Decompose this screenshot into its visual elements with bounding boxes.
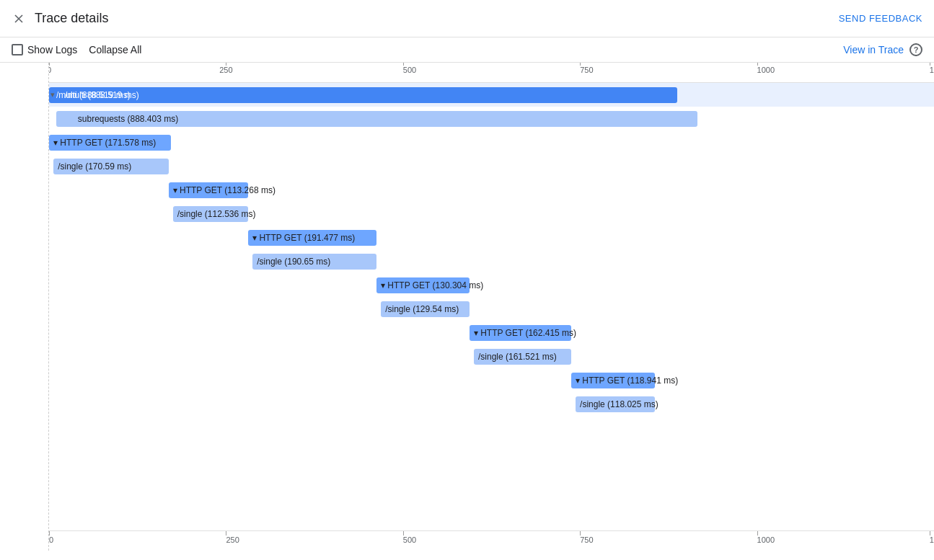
top-ruler: 0 250 500 750 1000 1250 (49, 63, 934, 83)
gantt-row-httpget3: ▾ HTTP GET (191.477 ms) (49, 226, 934, 249)
bar-httpget6[interactable]: ▾ HTTP GET (118.941 ms) (571, 373, 656, 388)
bar-multi[interactable]: /multi (888.519 ms) (49, 87, 677, 103)
gantt-row-single2: /single (112.536 ms) (49, 202, 934, 226)
show-logs-checkbox[interactable] (12, 44, 23, 55)
bottom-ruler: 0 250 500 750 1000 1250 (49, 530, 934, 551)
bar-single1[interactable]: /single (170.59 ms) (53, 159, 169, 174)
gantt-row-single1: /single (170.59 ms) (49, 154, 934, 178)
bar-httpget1[interactable]: ▾ HTTP GET (171.578 ms) (49, 135, 171, 151)
bottom-tick-750: 750 (580, 531, 593, 544)
gantt-row-httpget1: ▾ HTTP GET (171.578 ms) (49, 130, 934, 154)
gantt-row-httpget5: ▾ HTTP GET (162.415 ms) (49, 321, 934, 345)
indent-panel (0, 63, 49, 551)
close-button[interactable] (12, 12, 26, 26)
bar-single5[interactable]: /single (161.521 ms) (474, 349, 571, 365)
gantt-row-single4: /single (129.54 ms) (49, 297, 934, 321)
bottom-tick-0: 0 (49, 531, 53, 544)
collapse-all-button[interactable]: Collapse All (89, 44, 141, 55)
gantt-row-multi: ▾ /multi (888.519 ms) /multi (888.519 ms… (49, 83, 934, 107)
page-title: Trace details (35, 11, 108, 26)
toolbar-right: View in Trace ? (843, 43, 922, 56)
bar-httpget4[interactable]: ▾ HTTP GET (130.304 ms) (376, 277, 470, 293)
toolbar: Show Logs Collapse All View in Trace ? (0, 37, 934, 63)
trace-content: 0 250 500 750 1000 1250 (49, 63, 934, 551)
view-in-trace-link[interactable]: View in Trace (843, 44, 904, 55)
bottom-tick-500: 500 (403, 531, 416, 544)
header-left: Trace details (12, 11, 108, 26)
bottom-tick-1000: 1000 (757, 531, 775, 544)
header: Trace details SEND FEEDBACK (0, 0, 934, 37)
gantt-row-single3: /single (190.65 ms) (49, 249, 934, 273)
bar-subrequests[interactable]: subrequests (888.403 ms) (56, 111, 698, 127)
bar-httpget3[interactable]: ▾ HTTP GET (191.477 ms) (248, 230, 376, 246)
bar-httpget2[interactable]: ▾ HTTP GET (113.268 ms) (169, 182, 248, 198)
show-logs-toggle[interactable]: Show Logs (12, 44, 77, 55)
gantt-row-single6: /single (118.025 ms) (49, 392, 934, 416)
gantt-container: ▾ /multi (888.519 ms) /multi (888.519 ms… (49, 83, 934, 530)
send-feedback-button[interactable]: SEND FEEDBACK (839, 13, 922, 24)
bar-single6[interactable]: /single (118.025 ms) (576, 396, 655, 412)
gantt-row-httpget2: ▾ HTTP GET (113.268 ms) (49, 178, 934, 202)
help-icon[interactable]: ? (909, 43, 922, 56)
bottom-tick-250: 250 (226, 531, 239, 544)
bottom-tick-1250: 1250 (930, 531, 934, 544)
show-logs-label: Show Logs (27, 44, 77, 55)
gantt-row-subrequests: subrequests (888.403 ms) (49, 107, 934, 130)
bar-httpget5[interactable]: ▾ HTTP GET (162.415 ms) (470, 325, 571, 341)
bar-single3[interactable]: /single (190.65 ms) (252, 254, 376, 270)
gantt-row-single5: /single (161.521 ms) (49, 345, 934, 368)
bar-single4[interactable]: /single (129.54 ms) (381, 301, 470, 317)
gantt-row-httpget4: ▾ HTTP GET (130.304 ms) (49, 273, 934, 297)
bar-single2[interactable]: /single (112.536 ms) (173, 206, 248, 222)
gantt-row-httpget6: ▾ HTTP GET (118.941 ms) (49, 368, 934, 392)
